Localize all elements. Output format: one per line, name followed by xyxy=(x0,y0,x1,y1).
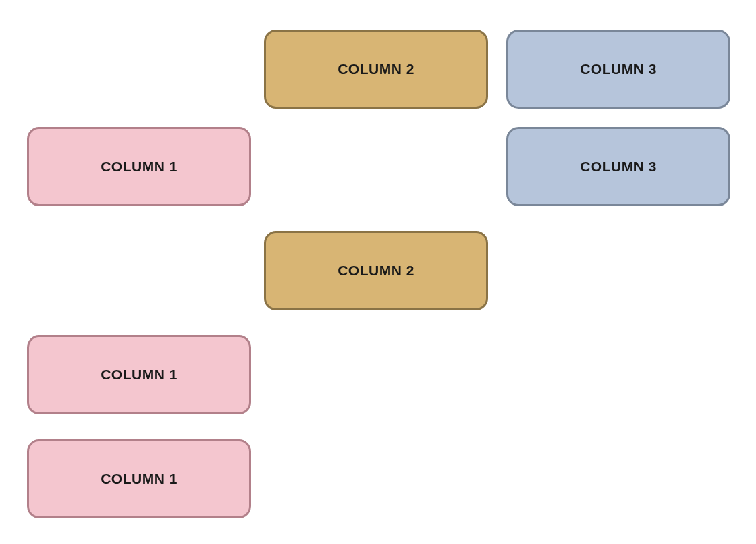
column-1-block: COLUMN 1 xyxy=(27,335,251,414)
column-2-block: COLUMN 2 xyxy=(264,30,488,109)
block-label: COLUMN 3 xyxy=(580,61,657,77)
column-3-block: COLUMN 3 xyxy=(506,127,730,206)
block-label: COLUMN 1 xyxy=(101,367,177,383)
block-label: COLUMN 2 xyxy=(338,61,414,77)
block-label: COLUMN 1 xyxy=(101,471,177,487)
column-1-block: COLUMN 1 xyxy=(27,439,251,518)
column-3-block: COLUMN 3 xyxy=(506,30,730,109)
column-1-block: COLUMN 1 xyxy=(27,127,251,206)
block-label: COLUMN 3 xyxy=(580,158,657,175)
column-2-block: COLUMN 2 xyxy=(264,231,488,310)
block-label: COLUMN 1 xyxy=(101,158,177,175)
block-label: COLUMN 2 xyxy=(338,263,414,279)
